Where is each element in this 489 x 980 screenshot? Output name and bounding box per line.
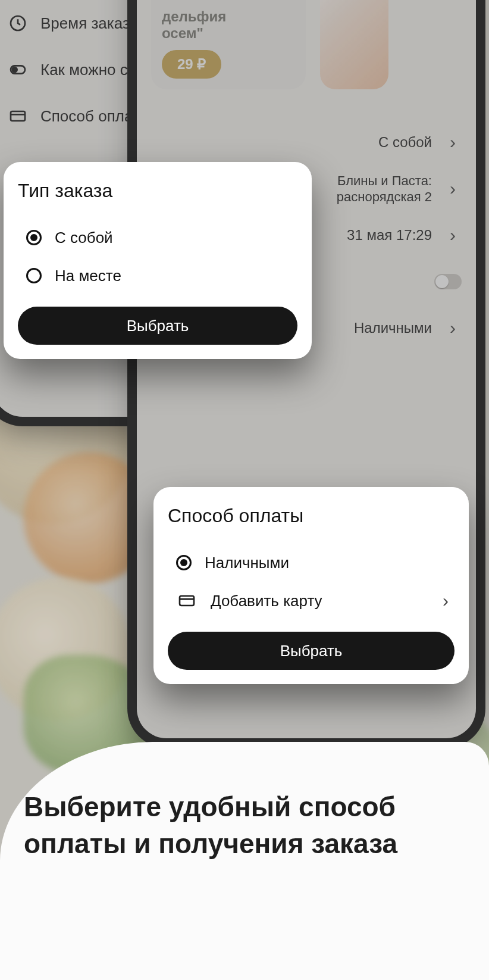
- price-badge[interactable]: 29 ₽: [162, 50, 221, 79]
- chevron-right-icon: ›: [444, 179, 462, 199]
- asap-toggle[interactable]: [434, 274, 462, 289]
- payment-modal: Способ оплаты Наличными Добавить карту ›…: [153, 487, 469, 684]
- option-label: На месте: [55, 267, 121, 285]
- option-label: С собой: [55, 229, 113, 247]
- marketing-panel: Выберите удобный способ оплаты и получен…: [0, 742, 489, 980]
- option-add-card[interactable]: Добавить карту ›: [168, 582, 454, 620]
- svg-point-2: [12, 67, 17, 72]
- order-type-modal: Тип заказа С собой На месте Выбрать: [4, 162, 312, 359]
- chevron-right-icon: ›: [437, 591, 454, 611]
- chevron-right-icon: ›: [444, 225, 462, 245]
- card-icon: [7, 105, 29, 127]
- select-button[interactable]: Выбрать: [168, 632, 454, 670]
- svg-rect-5: [180, 596, 194, 606]
- chevron-right-icon: ›: [444, 318, 462, 338]
- order-type-value: С собой: [378, 134, 432, 151]
- chevron-right-icon: ›: [444, 132, 462, 152]
- time-value: 31 мая 17:29: [347, 227, 432, 244]
- option-label: Наличными: [205, 554, 289, 572]
- option-cash[interactable]: Наличными: [168, 544, 454, 582]
- card-icon: [176, 590, 198, 611]
- modal-title: Способ оплаты: [168, 505, 454, 527]
- select-button[interactable]: Выбрать: [18, 307, 297, 345]
- toggle-icon: [7, 59, 29, 80]
- row-order-type[interactable]: С собой ›: [151, 119, 462, 166]
- option-dinein[interactable]: На месте: [18, 257, 297, 295]
- option-takeaway[interactable]: С собой: [18, 219, 297, 257]
- radio-selected-icon: [176, 555, 192, 570]
- clock-icon: [7, 13, 29, 34]
- product-title: дельфия осем": [162, 8, 295, 42]
- product-cards: дельфия осем" 29 ₽: [151, 0, 476, 89]
- product-card[interactable]: дельфия осем" 29 ₽: [151, 0, 306, 89]
- address-value: Блины и Паста: раснорядская 2: [337, 173, 432, 205]
- radio-selected-icon: [26, 230, 42, 245]
- option-label: Добавить карту: [211, 592, 322, 610]
- modal-title: Тип заказа: [18, 180, 297, 202]
- payment-value: Наличными: [354, 320, 432, 336]
- marketing-headline: Выберите удобный способ оплаты и получен…: [24, 788, 465, 862]
- radio-unselected-icon: [26, 268, 42, 283]
- product-thumb[interactable]: [320, 0, 388, 89]
- svg-rect-3: [11, 111, 25, 121]
